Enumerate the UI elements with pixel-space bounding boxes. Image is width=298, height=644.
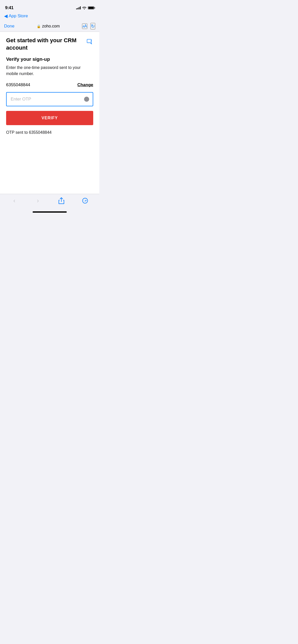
aa-small-label: A	[83, 25, 84, 28]
otp-input-wrapper	[6, 92, 93, 106]
battery-icon	[88, 6, 94, 9]
description-text: Enter the one-time password sent to your…	[6, 65, 93, 77]
share-icon	[59, 197, 64, 204]
otp-sent-text: OTP sent to 6355048844	[6, 130, 93, 135]
phone-row: 6355048844 Change	[6, 82, 93, 87]
compass-button[interactable]	[79, 195, 91, 206]
share-button[interactable]	[56, 195, 67, 206]
url-text: zoho.com	[42, 24, 60, 28]
compass-icon	[82, 198, 88, 204]
signal-bars-icon	[76, 6, 81, 9]
app-store-nav: ◀ App Store	[0, 13, 99, 21]
refresh-button[interactable]: ↻	[90, 23, 95, 30]
browser-actions: AA ↻	[82, 23, 95, 30]
web-content: Get started with your CRM account Verify…	[0, 32, 99, 197]
back-arrow-icon: ◀	[4, 13, 8, 19]
compose-button[interactable]	[84, 36, 95, 47]
phone-number: 6355048844	[6, 82, 30, 87]
compose-icon	[87, 38, 93, 45]
browser-back-button[interactable]: ‹	[9, 195, 20, 206]
status-time: 9:41	[5, 5, 13, 10]
otp-input[interactable]	[6, 92, 93, 106]
status-icons	[76, 6, 94, 9]
aa-large-label: A	[84, 24, 87, 28]
change-button[interactable]: Change	[77, 82, 93, 87]
aa-button[interactable]: AA	[82, 23, 87, 29]
status-bar: 9:41	[0, 0, 99, 13]
browser-chrome: Done 🔒 zoho.com AA ↻	[0, 21, 99, 32]
input-cursor-dot	[84, 97, 89, 102]
browser-bottom-bar: ‹ ›	[0, 194, 99, 207]
app-store-label: App Store	[9, 13, 28, 19]
wifi-icon	[82, 6, 86, 9]
browser-forward-button[interactable]: ›	[32, 195, 44, 206]
done-button[interactable]: Done	[4, 24, 15, 29]
url-bar: 🔒 zoho.com	[37, 24, 60, 28]
page-title: Get started with your CRM account	[6, 37, 93, 51]
home-indicator	[33, 211, 67, 213]
section-title: Verify your sign-up	[6, 56, 93, 62]
verify-button[interactable]: VERIFY	[6, 111, 93, 125]
lock-icon: 🔒	[37, 24, 41, 28]
